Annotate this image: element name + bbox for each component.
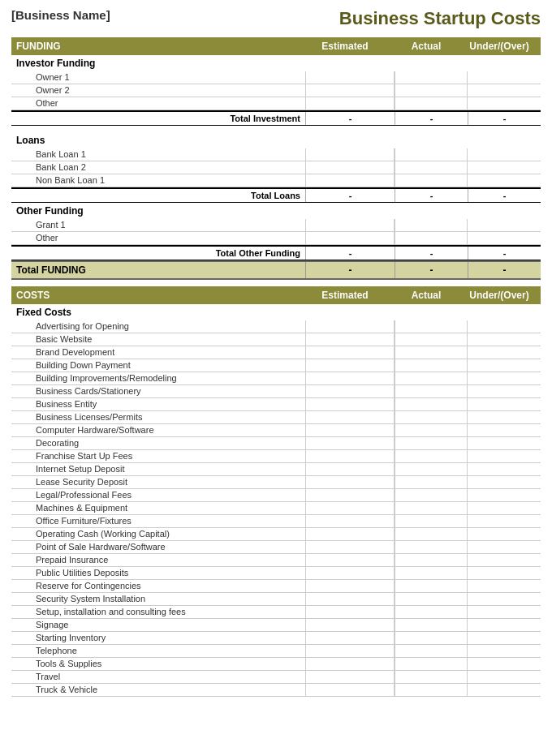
cost-item-actual-input-21[interactable] — [395, 593, 468, 605]
cost-item-under-value-15 — [468, 515, 541, 527]
investor-other-estimated-input[interactable] — [305, 97, 395, 110]
cost-item-estimated-input-12[interactable] — [305, 476, 395, 488]
cost-item-estimated-input-5[interactable] — [305, 385, 395, 397]
cost-item-actual-input-1[interactable] — [395, 333, 468, 346]
owner1-actual-input[interactable] — [395, 71, 468, 84]
cost-item-estimated-input-25[interactable] — [305, 645, 395, 657]
cost-item-estimated-input-27[interactable] — [305, 671, 395, 683]
cost-item-estimated-input-15[interactable] — [305, 515, 395, 527]
non-bank-loan1-estimated-input[interactable] — [305, 174, 395, 187]
cost-item-label-15: Office Furniture/Fixtures — [11, 515, 305, 527]
cost-item-actual-input-5[interactable] — [395, 385, 468, 397]
owner1-estimated-input[interactable] — [305, 71, 395, 84]
cost-item-actual-input-17[interactable] — [395, 541, 468, 553]
cost-item-actual-input-11[interactable] — [395, 463, 468, 475]
bank-loan1-actual-input[interactable] — [395, 148, 468, 161]
cost-item-actual-input-3[interactable] — [395, 359, 468, 372]
cost-item-estimated-input-6[interactable] — [305, 398, 395, 410]
cost-item-under-value-10 — [468, 450, 541, 462]
cost-item-estimated-input-18[interactable] — [305, 554, 395, 566]
funding-label: FUNDING — [16, 41, 300, 52]
cost-item-label-22: Setup, installation and consulting fees — [11, 606, 305, 618]
cost-item-actual-input-6[interactable] — [395, 398, 468, 410]
cost-item-estimated-input-14[interactable] — [305, 502, 395, 514]
cost-item-estimated-input-20[interactable] — [305, 580, 395, 592]
bank-loan1-estimated-input[interactable] — [305, 148, 395, 161]
table-row: Starting Inventory — [11, 632, 541, 645]
other-funding-other-estimated-input[interactable] — [305, 232, 395, 244]
cost-item-actual-input-15[interactable] — [395, 515, 468, 527]
cost-item-label-18: Prepaid Insurance — [11, 554, 305, 566]
cost-item-actual-input-9[interactable] — [395, 437, 468, 449]
cost-item-actual-input-13[interactable] — [395, 489, 468, 501]
cost-item-actual-input-20[interactable] — [395, 580, 468, 592]
cost-item-actual-input-4[interactable] — [395, 372, 468, 384]
owner2-estimated-input[interactable] — [305, 84, 395, 97]
owner2-actual-input[interactable] — [395, 84, 468, 97]
cost-item-estimated-input-28[interactable] — [305, 684, 395, 696]
cost-item-actual-input-25[interactable] — [395, 645, 468, 657]
cost-item-actual-input-0[interactable] — [395, 320, 468, 333]
cost-item-estimated-input-11[interactable] — [305, 463, 395, 475]
cost-item-actual-input-27[interactable] — [395, 671, 468, 683]
cost-item-actual-input-28[interactable] — [395, 684, 468, 696]
cost-item-label-23: Signage — [11, 619, 305, 631]
table-row: Business Entity — [11, 398, 541, 411]
cost-item-actual-input-7[interactable] — [395, 411, 468, 423]
cost-item-estimated-input-17[interactable] — [305, 541, 395, 553]
cost-item-estimated-input-23[interactable] — [305, 619, 395, 631]
cost-item-actual-input-23[interactable] — [395, 619, 468, 631]
cost-item-estimated-input-16[interactable] — [305, 528, 395, 540]
cost-item-under-value-24 — [468, 632, 541, 644]
cost-item-estimated-input-26[interactable] — [305, 658, 395, 670]
cost-item-actual-input-24[interactable] — [395, 632, 468, 644]
total-other-funding-estimated: - — [305, 247, 395, 260]
cost-item-estimated-input-8[interactable] — [305, 424, 395, 436]
grant1-actual-input[interactable] — [395, 219, 468, 231]
cost-item-estimated-input-19[interactable] — [305, 567, 395, 579]
table-row: Telephone — [11, 645, 541, 658]
cost-item-under-value-25 — [468, 645, 541, 657]
cost-item-actual-input-26[interactable] — [395, 658, 468, 670]
cost-item-estimated-input-21[interactable] — [305, 593, 395, 605]
cost-item-actual-input-22[interactable] — [395, 606, 468, 618]
other-funding-other-actual-input[interactable] — [395, 232, 468, 244]
cost-item-estimated-input-7[interactable] — [305, 411, 395, 423]
funding-under-over-header: Under/(Over) — [463, 41, 536, 52]
costs-label: COSTS — [16, 290, 300, 301]
investor-other-actual-input[interactable] — [395, 97, 468, 110]
cost-item-estimated-input-13[interactable] — [305, 489, 395, 501]
funding-actual-header: Actual — [390, 41, 463, 52]
cost-item-estimated-input-24[interactable] — [305, 632, 395, 644]
table-row: Operating Cash (Working Capital) — [11, 528, 541, 541]
bank-loan2-estimated-input[interactable] — [305, 161, 395, 174]
cost-item-estimated-input-2[interactable] — [305, 346, 395, 359]
other-funding-other-under-value — [468, 232, 541, 244]
cost-item-estimated-input-3[interactable] — [305, 359, 395, 372]
cost-item-actual-input-8[interactable] — [395, 424, 468, 436]
grant1-estimated-input[interactable] — [305, 219, 395, 231]
non-bank-loan1-actual-input[interactable] — [395, 174, 468, 187]
cost-item-estimated-input-10[interactable] — [305, 450, 395, 462]
cost-item-under-value-26 — [468, 658, 541, 670]
owner2-under-value — [468, 84, 541, 97]
bank-loan2-actual-input[interactable] — [395, 161, 468, 174]
cost-item-actual-input-19[interactable] — [395, 567, 468, 579]
cost-item-actual-input-18[interactable] — [395, 554, 468, 566]
investor-funding-title: Investor Funding — [11, 55, 541, 71]
cost-item-actual-input-12[interactable] — [395, 476, 468, 488]
total-funding-actual: - — [395, 262, 468, 278]
cost-item-actual-input-2[interactable] — [395, 346, 468, 359]
cost-item-estimated-input-9[interactable] — [305, 437, 395, 449]
cost-item-actual-input-14[interactable] — [395, 502, 468, 514]
cost-item-actual-input-16[interactable] — [395, 528, 468, 540]
table-row: Truck & Vehicle — [11, 684, 541, 697]
cost-item-estimated-input-22[interactable] — [305, 606, 395, 618]
table-row: Brand Development — [11, 346, 541, 359]
cost-item-estimated-input-4[interactable] — [305, 372, 395, 384]
table-row: Computer Hardware/Software — [11, 424, 541, 437]
cost-item-estimated-input-0[interactable] — [305, 320, 395, 333]
cost-item-under-value-0 — [468, 320, 541, 333]
cost-item-estimated-input-1[interactable] — [305, 333, 395, 346]
cost-item-actual-input-10[interactable] — [395, 450, 468, 462]
